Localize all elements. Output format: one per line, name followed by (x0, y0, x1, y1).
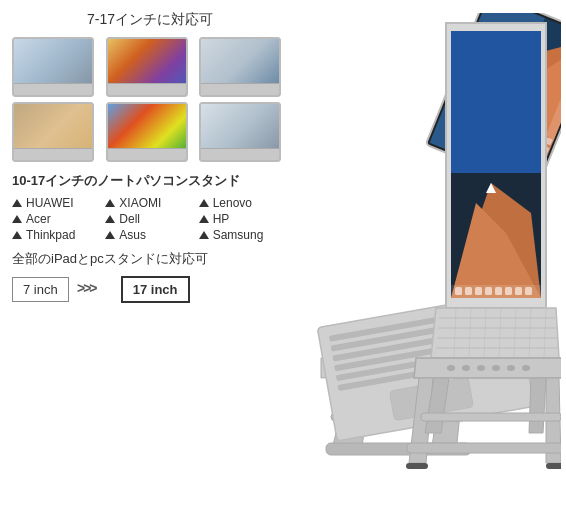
svg-rect-35 (475, 287, 482, 295)
brand-hp: HP (199, 212, 288, 226)
svg-point-56 (477, 365, 485, 371)
svg-marker-41 (431, 308, 559, 358)
svg-rect-40 (525, 287, 532, 295)
svg-rect-67 (546, 463, 561, 469)
laptop-thumb-5 (106, 102, 188, 162)
size-max-label: 17 inch (133, 282, 178, 297)
svg-marker-28 (451, 31, 541, 173)
svg-marker-63 (529, 378, 546, 433)
laptop-thumb-2 (106, 37, 188, 97)
brand-lenovo: Lenovo (199, 196, 288, 210)
laptop-thumb-3 (199, 37, 281, 97)
triangle-icon (105, 231, 115, 239)
svg-rect-65 (421, 413, 561, 421)
laptop-thumb-4 (12, 102, 94, 162)
brand-samsung: Samsung (199, 228, 288, 242)
brand-huawei: HUAWEI (12, 196, 101, 210)
svg-rect-64 (407, 443, 561, 453)
ipad-section: 全部のiPadとpcスタンドに対応可 7 inch >>> 17 inch (12, 250, 288, 303)
brand-acer: Acer (12, 212, 101, 226)
size-min-box: 7 inch (12, 277, 69, 302)
main-container: 7-17インチに対応可 (0, 0, 566, 513)
svg-marker-53 (414, 358, 561, 378)
ipad-title: 全部のiPadとpcスタンドに対応可 (12, 250, 288, 268)
svg-point-57 (492, 365, 500, 371)
arrows-icon: >>> (77, 278, 113, 302)
svg-rect-38 (505, 287, 512, 295)
svg-point-55 (462, 365, 470, 371)
triangle-icon (12, 231, 22, 239)
laptop-thumb-1 (12, 37, 94, 97)
desc-title: 10-17インチのノートパソコンスタンド (12, 172, 288, 190)
title-section: 7-17インチに対応可 (12, 10, 288, 29)
svg-text:>>>: >>> (77, 280, 97, 296)
size-max-box: 17 inch (121, 276, 190, 303)
svg-rect-66 (406, 463, 428, 469)
size-range: 7 inch >>> 17 inch (12, 276, 288, 303)
right-panel (296, 0, 566, 513)
desc-section: 10-17インチのノートパソコンスタンド HUAWEI XIAOMI Lenov… (12, 172, 288, 242)
laptop-thumb-6 (199, 102, 281, 162)
svg-rect-39 (515, 287, 522, 295)
brand-thinkpad: Thinkpad (12, 228, 101, 242)
triangle-icon (199, 231, 209, 239)
triangle-icon (199, 215, 209, 223)
svg-rect-36 (485, 287, 492, 295)
triangle-icon (12, 215, 22, 223)
size-min-label: 7 inch (23, 282, 58, 297)
svg-point-59 (522, 365, 530, 371)
triangle-icon (199, 199, 209, 207)
page-title: 7-17インチに対応可 (87, 11, 213, 27)
brand-dell: Dell (105, 212, 194, 226)
svg-point-54 (447, 365, 455, 371)
svg-rect-33 (455, 287, 462, 295)
triangle-icon (12, 199, 22, 207)
brand-xiaomi: XIAOMI (105, 196, 194, 210)
svg-point-58 (507, 365, 515, 371)
svg-rect-34 (465, 287, 472, 295)
brand-asus: Asus (105, 228, 194, 242)
laptop-stand-illustration (301, 13, 561, 503)
brand-grid: HUAWEI XIAOMI Lenovo Acer Dell (12, 196, 288, 242)
triangle-icon (105, 215, 115, 223)
svg-rect-37 (495, 287, 502, 295)
laptop-grid (12, 37, 288, 162)
left-panel: 7-17インチに対応可 (0, 0, 300, 513)
triangle-icon (105, 199, 115, 207)
